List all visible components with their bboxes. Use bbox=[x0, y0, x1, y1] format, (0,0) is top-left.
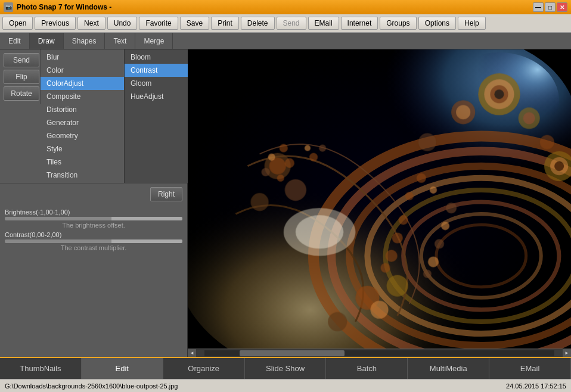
svg-point-54 bbox=[319, 145, 326, 152]
scroll-left-arrow[interactable]: ◄ bbox=[188, 349, 196, 357]
svg-point-19 bbox=[523, 112, 535, 124]
tab-thumbnails[interactable]: ThumbNails bbox=[0, 358, 82, 379]
main-area: Send Flip Rotate Blur Color ColorAdjust … bbox=[0, 49, 571, 357]
horizontal-scrollbar[interactable]: ◄ ► bbox=[188, 349, 571, 357]
flip-button[interactable]: Flip bbox=[4, 70, 39, 84]
title-text: Photo Snap 7 for Windows - bbox=[17, 3, 529, 11]
menu-coloradjust[interactable]: ColorAdjust bbox=[41, 77, 124, 90]
contrast-label: Contrast(0,00-2,00) bbox=[5, 231, 182, 238]
image-container[interactable] bbox=[188, 49, 571, 349]
tab-organize[interactable]: Organize bbox=[163, 358, 245, 379]
svg-point-42 bbox=[435, 239, 444, 248]
svg-point-45 bbox=[381, 263, 390, 273]
contrast-slider-container[interactable] bbox=[5, 239, 182, 243]
svg-point-39 bbox=[399, 215, 408, 225]
svg-point-32 bbox=[328, 312, 347, 331]
timestamp: 24.05.2015 17:52:15 bbox=[506, 382, 566, 390]
undo-button[interactable]: Undo bbox=[107, 17, 138, 30]
internet-button[interactable]: Internet bbox=[341, 17, 378, 30]
brightness-desc: The brightness offset. bbox=[5, 222, 182, 229]
menu-tiles[interactable]: Tiles bbox=[41, 155, 124, 169]
close-button[interactable]: ✕ bbox=[557, 2, 567, 12]
actions-column: Send Flip Rotate bbox=[0, 49, 41, 104]
contrast-track[interactable] bbox=[5, 239, 182, 243]
help-button[interactable]: Help bbox=[458, 17, 486, 30]
print-button[interactable]: Print bbox=[211, 17, 239, 30]
favorite-button[interactable]: Favorite bbox=[139, 17, 178, 30]
send-button[interactable]: Send bbox=[277, 17, 306, 30]
svg-point-47 bbox=[280, 144, 288, 153]
delete-button[interactable]: Delete bbox=[241, 17, 275, 30]
svg-point-37 bbox=[405, 192, 414, 200]
svg-point-30 bbox=[370, 301, 388, 319]
svg-point-53 bbox=[309, 153, 318, 161]
brightness-slider-container[interactable] bbox=[5, 217, 182, 220]
image-area: ◄ ► bbox=[188, 49, 571, 357]
svg-point-34 bbox=[296, 215, 343, 248]
svg-point-52 bbox=[305, 145, 311, 151]
svg-point-35 bbox=[417, 173, 426, 183]
tab-shapes[interactable]: Shapes bbox=[64, 33, 105, 49]
submenu-hueadjust[interactable]: HueAdjust bbox=[125, 90, 189, 103]
svg-point-38 bbox=[446, 203, 457, 213]
options-button[interactable]: Options bbox=[418, 17, 456, 30]
draw-menu: Blur Color ColorAdjust Composite Distort… bbox=[41, 49, 190, 183]
draw-submenu: Bloom Contrast Gloom HueAdjust bbox=[124, 49, 190, 183]
svg-point-27 bbox=[285, 179, 306, 201]
svg-point-41 bbox=[392, 232, 403, 243]
tab-merge[interactable]: Merge bbox=[135, 33, 173, 49]
svg-point-24 bbox=[554, 161, 564, 171]
contrast-param: Contrast(0,00-2,00) The contrast multipl… bbox=[5, 231, 182, 251]
menu-transition[interactable]: Transition bbox=[41, 169, 124, 182]
tab-draw[interactable]: Draw bbox=[30, 33, 64, 49]
svg-point-31 bbox=[387, 275, 408, 297]
send-action-button[interactable]: Send bbox=[4, 53, 39, 67]
next-button[interactable]: Next bbox=[77, 17, 105, 30]
minimize-button[interactable]: — bbox=[533, 2, 544, 12]
status-bar: G:\Downloads\backgrounds-2560x1600\blue-… bbox=[0, 379, 571, 392]
groups-button[interactable]: Groups bbox=[380, 17, 416, 30]
tab-slideshow[interactable]: Slide Show bbox=[245, 358, 327, 379]
maximize-button[interactable]: □ bbox=[545, 2, 556, 12]
scroll-thumb[interactable] bbox=[240, 350, 345, 356]
right-align-button[interactable]: Right bbox=[150, 187, 182, 201]
menu-blur[interactable]: Blur bbox=[41, 51, 124, 64]
svg-point-21 bbox=[540, 135, 554, 149]
previous-button[interactable]: Previous bbox=[35, 17, 76, 30]
menu-color[interactable]: Color bbox=[41, 64, 124, 77]
rotate-button[interactable]: Rotate bbox=[4, 86, 39, 101]
brightness-track[interactable] bbox=[5, 217, 182, 220]
tab-edit[interactable]: Edit bbox=[82, 358, 163, 379]
svg-point-15 bbox=[494, 89, 504, 99]
tab-batch[interactable]: Batch bbox=[326, 358, 408, 379]
menu-style[interactable]: Style bbox=[41, 142, 124, 155]
window-controls: — □ ✕ bbox=[533, 2, 567, 12]
scroll-right-arrow[interactable]: ► bbox=[563, 349, 571, 357]
menu-composite[interactable]: Composite bbox=[41, 90, 124, 103]
parameter-area: Right Brightness(-1,00-1,00) The brightn… bbox=[0, 183, 187, 257]
svg-point-46 bbox=[423, 270, 432, 278]
tab-text[interactable]: Text bbox=[105, 33, 135, 49]
menu-generator[interactable]: Generator bbox=[41, 116, 124, 129]
submenu-bloom[interactable]: Bloom bbox=[125, 51, 189, 64]
open-button[interactable]: Open bbox=[2, 17, 33, 30]
title-bar: 📷 Photo Snap 7 for Windows - — □ ✕ bbox=[0, 0, 571, 14]
tab-multimedia[interactable]: MultiMedia bbox=[408, 358, 489, 379]
svg-point-49 bbox=[285, 158, 294, 168]
email-button[interactable]: EMail bbox=[308, 17, 339, 30]
svg-point-43 bbox=[386, 250, 398, 262]
svg-point-51 bbox=[277, 175, 284, 182]
svg-point-44 bbox=[428, 256, 439, 267]
tab-email[interactable]: EMail bbox=[489, 358, 571, 379]
svg-point-36 bbox=[430, 186, 437, 194]
scroll-track[interactable] bbox=[204, 350, 554, 356]
save-button[interactable]: Save bbox=[180, 17, 209, 30]
menu-distortion[interactable]: Distortion bbox=[41, 103, 124, 116]
svg-point-28 bbox=[250, 193, 268, 211]
submenu-contrast[interactable]: Contrast bbox=[125, 64, 189, 77]
menu-geometry[interactable]: Geometry bbox=[41, 129, 124, 142]
bottom-tabs: ThumbNails Edit Organize Slide Show Batc… bbox=[0, 357, 571, 379]
submenu-gloom[interactable]: Gloom bbox=[125, 77, 189, 90]
app-icon: 📷 bbox=[4, 2, 13, 12]
tab-edit[interactable]: Edit bbox=[0, 33, 30, 49]
